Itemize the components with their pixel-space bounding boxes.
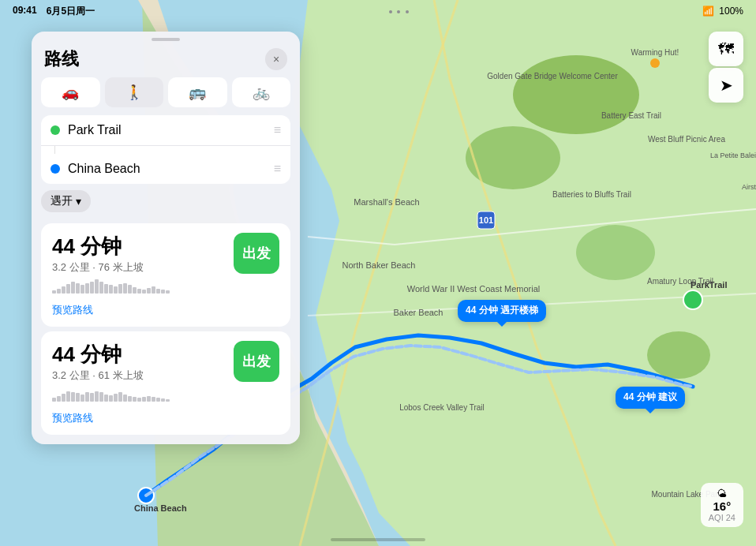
svg-text:World War II West Coast Memori: World War II West Coast Memorial (407, 284, 541, 294)
home-indicator (331, 538, 425, 541)
svg-text:Airstr...: Airstr... (742, 183, 756, 191)
svg-text:Amatury Loop Trail: Amatury Loop Trail (647, 277, 713, 286)
svg-text:China Beach: China Beach (134, 503, 187, 513)
route-time-1: 44 分钟 (52, 233, 170, 260)
svg-text:Golden Gate Bridge Welcome Cen: Golden Gate Bridge Welcome Center (487, 72, 618, 80)
svg-text:Batteries to Bluffs Trail: Batteries to Bluffs Trail (552, 190, 631, 199)
svg-text:Marshall's Beach: Marshall's Beach (354, 197, 419, 207)
svg-text:Battery East Trail: Battery East Trail (601, 111, 661, 120)
avoid-label: 遇开 (51, 194, 73, 208)
route-to-row: China Beach ≡ (41, 154, 290, 184)
from-dot (51, 125, 60, 135)
svg-point-6 (683, 290, 702, 309)
location-icon: ➤ (720, 76, 733, 95)
weather-icon: 🌤 (717, 488, 727, 499)
close-icon: × (273, 53, 279, 65)
transit-icon: 🚌 (189, 84, 206, 101)
weather-temp: 16° (713, 499, 732, 513)
svg-text:West Bluff Picnic Area: West Bluff Picnic Area (648, 135, 725, 144)
route-time-2: 44 分钟 (52, 341, 170, 368)
svg-text:Lobos Creek Valley Trail: Lobos Creek Valley Trail (399, 403, 485, 412)
elevation-bar-1 (52, 278, 170, 294)
tab-bike[interactable]: 🚲 (232, 77, 291, 107)
go-button-2[interactable]: 出发 (234, 341, 279, 382)
to-dot (51, 164, 60, 174)
svg-text:Warming Hut!: Warming Hut! (631, 48, 679, 57)
route-option-2: 44 分钟 3.2 公里 · 61 米上坡 (41, 331, 290, 435)
status-dots (388, 4, 410, 18)
map-button-group: 🗺 ➤ (709, 32, 743, 103)
battery-icon: 100% (719, 6, 743, 17)
to-input[interactable]: China Beach (68, 162, 266, 176)
elevation-bar-2 (52, 386, 170, 402)
drag-bar (152, 38, 180, 41)
preview-link-1[interactable]: 预览路线 (52, 303, 279, 317)
close-button[interactable]: × (265, 48, 287, 70)
svg-point-23 (650, 58, 660, 68)
wifi-icon: 📶 (702, 6, 714, 17)
map-icon: 🗺 (718, 40, 734, 58)
reorder-icon-to: ≡ (274, 162, 281, 176)
transport-tabs: 🚗 🚶 🚌 🚲 (32, 77, 300, 115)
car-icon: 🚗 (62, 84, 79, 101)
route-detail-2: 3.2 公里 · 61 米上坡 (52, 368, 170, 383)
tab-transit[interactable]: 🚌 (168, 77, 227, 107)
bike-icon: 🚲 (253, 84, 270, 101)
svg-point-1 (513, 55, 639, 134)
svg-point-3 (576, 225, 655, 280)
route-panel: 路线 × 🚗 🚶 🚌 🚲 Park Trail ≡ China Beach (32, 32, 300, 444)
map-view-button[interactable]: 🗺 (709, 32, 743, 66)
status-date: 6月5日周一 (47, 5, 95, 18)
panel-title: 路线 (44, 47, 79, 71)
route-from-row: Park Trail ≡ (41, 115, 290, 146)
map-callout-avoid: 44 分钟 遇开楼梯 (458, 300, 546, 322)
route-inputs: Park Trail ≡ China Beach ≡ (41, 115, 290, 184)
route-option-1: 44 分钟 3.2 公里 · 76 米上坡 (41, 223, 290, 327)
drag-handle[interactable] (32, 32, 300, 44)
svg-text:North Baker Beach: North Baker Beach (342, 260, 416, 270)
from-input[interactable]: Park Trail (68, 123, 266, 137)
location-button[interactable]: ➤ (709, 68, 743, 103)
walk-icon: 🚶 (125, 84, 143, 101)
svg-text:Baker Beach: Baker Beach (394, 308, 443, 317)
tab-car[interactable]: 🚗 (41, 77, 100, 107)
svg-point-4 (647, 331, 710, 379)
svg-text:101: 101 (479, 215, 493, 225)
map-callout-recommend: 44 分钟 建议 (616, 387, 685, 409)
status-time: 09:41 (13, 5, 37, 18)
route-detail-1: 3.2 公里 · 76 米上坡 (52, 260, 170, 275)
chevron-down-icon: ▾ (76, 195, 81, 208)
reorder-icon-from: ≡ (274, 123, 281, 137)
avoid-button[interactable]: 遇开 ▾ (41, 190, 91, 212)
weather-aqi: AQI 24 (709, 513, 735, 522)
status-bar: 09:41 6月5日周一 📶 100% (0, 0, 756, 22)
preview-link-2[interactable]: 预览路线 (52, 411, 279, 425)
weather-badge: 🌤 16° AQI 24 (701, 483, 743, 527)
avoid-row: 遇开 ▾ (32, 184, 300, 219)
svg-text:La Petite Baleine: La Petite Baleine (710, 151, 756, 159)
go-button-1[interactable]: 出发 (234, 233, 279, 274)
panel-header: 路线 × (32, 44, 300, 77)
tab-walk[interactable]: 🚶 (105, 77, 164, 107)
